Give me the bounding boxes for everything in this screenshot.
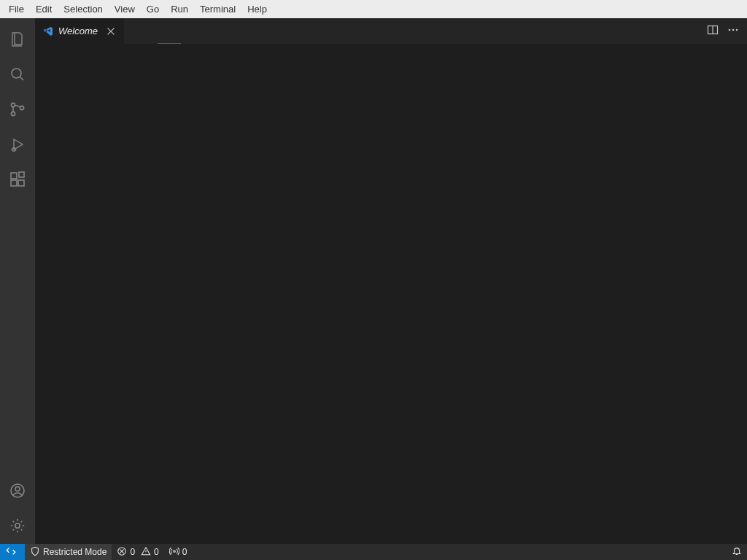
- split-editor-icon: [707, 24, 719, 38]
- close-icon[interactable]: [105, 26, 117, 37]
- menu-selection[interactable]: Selection: [58, 2, 108, 16]
- editor-group: Welcome: [35, 18, 747, 544]
- status-notifications[interactable]: [727, 544, 747, 560]
- search-icon: [9, 66, 26, 85]
- tab-bar: Welcome: [35, 18, 747, 44]
- status-warning-count: 0: [154, 547, 159, 557]
- activity-search[interactable]: [0, 58, 35, 93]
- status-restricted-label: Restricted Mode: [43, 547, 107, 557]
- activity-run-debug[interactable]: [0, 128, 35, 163]
- svg-point-0: [12, 69, 21, 78]
- activity-accounts[interactable]: [0, 474, 35, 509]
- tab-welcome[interactable]: Welcome: [35, 18, 125, 44]
- tab-title: Welcome: [58, 26, 98, 36]
- svg-rect-6: [11, 180, 17, 186]
- svg-rect-8: [19, 172, 24, 177]
- status-bar: Restricted Mode 0 0 0: [0, 544, 747, 560]
- tab-underline: [35, 44, 747, 44]
- activity-bar: [0, 18, 35, 544]
- debug-icon: [9, 136, 26, 155]
- editor-body: [35, 44, 747, 544]
- shield-icon: [30, 546, 40, 559]
- tab-actions: [699, 18, 747, 44]
- svg-point-15: [736, 29, 738, 31]
- main-area: Welcome: [0, 18, 747, 544]
- ports-icon: [169, 546, 179, 559]
- menu-edit[interactable]: Edit: [30, 2, 58, 16]
- activity-extensions[interactable]: [0, 163, 35, 198]
- activity-source-control[interactable]: [0, 93, 35, 128]
- menu-go[interactable]: Go: [141, 2, 165, 16]
- menu-help[interactable]: Help: [241, 2, 273, 16]
- svg-point-10: [15, 486, 20, 491]
- svg-point-1: [11, 103, 15, 106]
- activity-manage[interactable]: [0, 509, 35, 544]
- svg-rect-7: [18, 180, 24, 186]
- svg-point-13: [729, 29, 731, 31]
- activity-explorer[interactable]: [0, 23, 35, 58]
- gear-icon: [9, 517, 26, 537]
- menu-view[interactable]: View: [109, 2, 141, 16]
- svg-point-17: [173, 550, 175, 552]
- remote-icon: [6, 546, 16, 559]
- vscode-icon: [42, 26, 54, 37]
- svg-point-3: [20, 106, 23, 109]
- extensions-icon: [9, 171, 26, 190]
- menubar: File Edit Selection View Go Run Terminal…: [0, 0, 747, 18]
- svg-point-14: [732, 29, 735, 31]
- bell-icon: [732, 546, 742, 559]
- account-icon: [9, 482, 26, 502]
- more-icon: [727, 24, 739, 38]
- warning-icon: [141, 546, 151, 559]
- status-problems[interactable]: 0 0: [112, 544, 163, 560]
- menu-terminal[interactable]: Terminal: [194, 2, 241, 16]
- status-error-count: 0: [130, 547, 135, 557]
- svg-rect-5: [11, 173, 17, 179]
- status-restricted-mode[interactable]: Restricted Mode: [25, 544, 112, 560]
- status-ports-count: 0: [182, 547, 187, 557]
- svg-point-11: [15, 523, 20, 527]
- error-icon: [117, 546, 127, 559]
- menu-run[interactable]: Run: [165, 2, 194, 16]
- status-ports[interactable]: 0: [164, 544, 193, 560]
- menu-file[interactable]: File: [3, 2, 30, 16]
- split-editor-button[interactable]: [705, 23, 721, 39]
- status-remote[interactable]: [0, 544, 25, 560]
- more-actions-button[interactable]: [725, 23, 741, 39]
- files-icon: [9, 31, 26, 50]
- source-control-icon: [9, 101, 26, 120]
- svg-point-2: [11, 112, 15, 115]
